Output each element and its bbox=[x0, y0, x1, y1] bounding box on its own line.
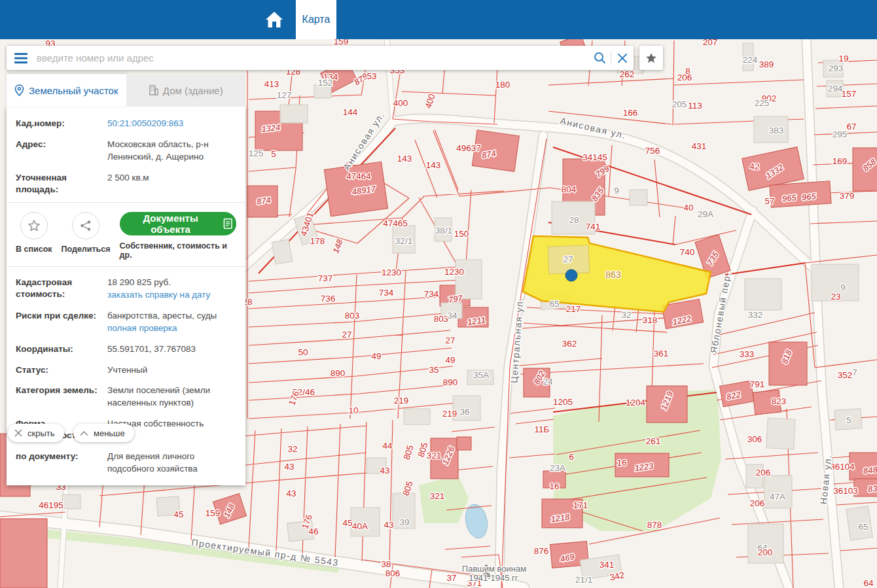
map-label: 11Б bbox=[535, 424, 550, 434]
map-label: 362 bbox=[562, 339, 577, 349]
map-label: 32/1 bbox=[395, 236, 412, 246]
search-button[interactable] bbox=[588, 46, 611, 70]
field-label: Кадастровая стоимость: bbox=[16, 277, 107, 302]
field-cadastral-cost: Кадастровая стоимость: 18 290 825 руб. з… bbox=[7, 269, 245, 303]
map-label: 43 bbox=[380, 466, 389, 476]
map-label: 143 bbox=[426, 160, 441, 170]
field-land-category: Категория земель: Земли поселений (земли… bbox=[7, 377, 245, 411]
home-icon bbox=[264, 10, 284, 29]
full-check-link[interactable]: полная проверка bbox=[107, 322, 177, 335]
map-label: 848 bbox=[863, 464, 877, 476]
collapse-panel-button[interactable]: меньше bbox=[73, 424, 134, 442]
map-label: 53 bbox=[367, 71, 376, 81]
map-label: 16 bbox=[549, 481, 559, 491]
map-label: 803 bbox=[434, 314, 449, 324]
map-label: 791 bbox=[750, 379, 765, 389]
map-label: 321 bbox=[430, 491, 445, 501]
monument: Павшим воинам 1941-1945 гг. bbox=[462, 564, 526, 583]
map-label: 294 bbox=[828, 84, 843, 94]
star-outline-icon bbox=[27, 219, 41, 232]
field-coordinates: Координаты: 55.591701, 37.767083 bbox=[7, 336, 245, 357]
map-label: 27 bbox=[445, 336, 455, 345]
map-label: 200 bbox=[758, 547, 773, 557]
map-label: 890 bbox=[443, 377, 458, 387]
field-value: 2 500 кв.м bbox=[107, 172, 149, 196]
field-cadastral-number: Кад.номер: 50:21:0050209:863 bbox=[7, 111, 245, 131]
map-label: 5 bbox=[271, 149, 276, 159]
tab-land-parcel-label: Земельный участок bbox=[29, 85, 118, 96]
app: 9315920720226282062243891929329415790222… bbox=[0, 0, 877, 588]
map-label: 178 bbox=[310, 236, 325, 246]
map-label: 34145 bbox=[582, 152, 607, 162]
cadastral-number-link[interactable]: 50:21:0050209:863 bbox=[107, 118, 183, 130]
tab-building[interactable]: Дом (здание) bbox=[126, 74, 246, 107]
map-label: 40А bbox=[352, 521, 368, 531]
map-label: 49637 bbox=[456, 143, 481, 153]
map-label: 180 bbox=[495, 80, 510, 90]
home-button[interactable] bbox=[260, 0, 288, 39]
hide-panel-button[interactable]: скрыть bbox=[8, 424, 64, 442]
map-label: 431 bbox=[692, 141, 707, 151]
map-label: 47А bbox=[770, 492, 785, 502]
map-label: 36 bbox=[459, 407, 469, 417]
actions-row: В список Поделиться Док bbox=[7, 202, 245, 267]
map-label: 23А bbox=[550, 463, 565, 473]
field-label: Уточненная площадь: bbox=[16, 172, 107, 196]
map-label: 321 bbox=[427, 451, 442, 460]
map-label: 205 bbox=[672, 99, 687, 109]
map-label: 5 bbox=[846, 415, 851, 425]
tab-building-label: Дом (здание) bbox=[163, 85, 223, 96]
header: Карта bbox=[0, 0, 877, 39]
order-certificate-link[interactable]: заказать справку на дату bbox=[107, 289, 210, 302]
field-deal-risks: Риски при сделке: банкротства, аресты, с… bbox=[7, 303, 245, 336]
add-to-list-button[interactable]: В список bbox=[16, 212, 52, 254]
map-label: 224 bbox=[743, 55, 758, 65]
favorites-button[interactable] bbox=[639, 46, 663, 70]
field-label: Адрес: bbox=[16, 139, 107, 164]
map-label: 965 bbox=[801, 191, 817, 202]
share-button[interactable]: Поделиться bbox=[62, 212, 111, 254]
field-label: Кад.номер: bbox=[16, 118, 107, 130]
panel-tabs: Земельный участок Дом (здание) bbox=[7, 74, 245, 107]
field-value: Для ведения личного подсобного хозяйства bbox=[107, 451, 236, 476]
map-label: 57 bbox=[764, 196, 774, 206]
map-label: 225 bbox=[755, 98, 770, 108]
map-label: 219 bbox=[442, 409, 457, 419]
map-label: 19 bbox=[838, 54, 848, 63]
menu-button[interactable] bbox=[7, 46, 35, 70]
map-label: 1324 bbox=[261, 122, 281, 134]
map-label: 206 bbox=[756, 468, 771, 477]
map-label: 144 bbox=[343, 107, 358, 117]
map-label: 23 bbox=[831, 292, 840, 302]
building-icon bbox=[149, 85, 158, 95]
map-label: 166 bbox=[623, 108, 638, 118]
close-icon bbox=[617, 53, 628, 63]
tab-land-parcel[interactable]: Земельный участок bbox=[7, 74, 126, 107]
tab-map[interactable]: Карта bbox=[296, 0, 336, 39]
field-by-document: по документу: Для ведения личного подсоб… bbox=[7, 443, 245, 477]
map-label: 36103 bbox=[833, 486, 858, 496]
map-label: 400 bbox=[393, 98, 408, 108]
field-value: Московская область, р-н Ленинский, д. Ащ… bbox=[107, 139, 236, 164]
map-label: 804 bbox=[562, 184, 577, 194]
map-label: 9 bbox=[840, 283, 846, 292]
map-label: 43 bbox=[284, 462, 294, 472]
chevron-up-icon bbox=[80, 430, 88, 436]
map-label: 47464 bbox=[346, 171, 371, 181]
map-label: 32 bbox=[621, 310, 631, 320]
map-label: 333 bbox=[740, 349, 755, 359]
map-label: 32 bbox=[287, 444, 297, 454]
map-label: 21/1 bbox=[575, 575, 592, 585]
field-area: Уточненная площадь: 2 500 кв.м bbox=[7, 165, 245, 197]
map-label: 295 bbox=[832, 130, 848, 139]
map-label: 736 bbox=[321, 294, 336, 303]
map-label: 318 bbox=[643, 315, 658, 325]
object-documents-label: Документы объекта bbox=[124, 213, 218, 235]
map-label: 159 bbox=[206, 508, 221, 518]
object-documents-button[interactable]: Документы объекта bbox=[120, 212, 236, 235]
search-input[interactable] bbox=[35, 52, 588, 64]
search-bar bbox=[7, 46, 634, 70]
map-label: 261 bbox=[646, 436, 661, 446]
map-label: 7 bbox=[852, 368, 857, 377]
clear-search-button[interactable] bbox=[611, 46, 634, 70]
